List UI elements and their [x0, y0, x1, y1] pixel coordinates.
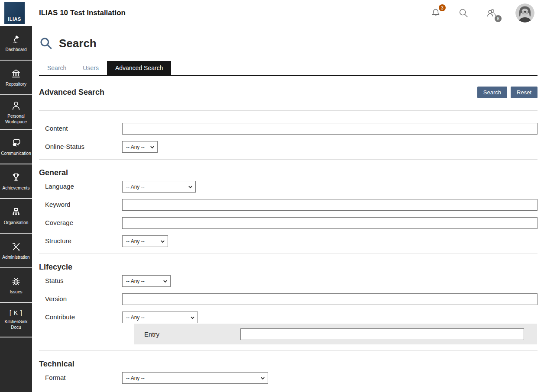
repository-building-icon: [10, 68, 22, 79]
search-icon: [458, 7, 469, 19]
kitchensink-icon: [ K ]: [10, 309, 23, 316]
language-select[interactable]: -- Any --: [123, 181, 195, 192]
section-heading-general: General: [39, 168, 538, 177]
form-row-content: Content: [39, 123, 538, 135]
sidebar-item-label: Administration: [2, 254, 29, 260]
form-row-online-status: Online-Status -- Any --: [39, 141, 538, 153]
notifications-badge: 3: [439, 4, 446, 11]
sidebar-item-label: Achievements: [3, 185, 30, 191]
section-heading-lifecycle: Lifecycle: [39, 263, 538, 272]
field-label: Status: [39, 275, 122, 287]
field-label: Version: [39, 293, 122, 305]
search-button-top[interactable]: [458, 7, 469, 19]
format-select[interactable]: -- Any --: [123, 373, 268, 383]
keyword-input[interactable]: [122, 199, 538, 211]
field-label: Content: [39, 123, 122, 135]
sidebar-item-label: Personal Workspace: [1, 113, 31, 125]
form-row-language: Language -- Any --: [39, 181, 538, 193]
panel-heading: Advanced Search: [39, 88, 104, 97]
sidebar-item-dashboard[interactable]: Dashboard: [0, 26, 32, 61]
field-label: Contribute: [39, 312, 122, 323]
form-row-coverage: Coverage: [39, 217, 538, 229]
bug-icon: [10, 276, 22, 287]
sidebar-item-organisation[interactable]: Organisation: [0, 199, 32, 234]
speech-bubbles-icon: [10, 137, 22, 148]
reset-button[interactable]: Reset: [511, 87, 538, 98]
avatar-photo: [515, 3, 534, 22]
user-avatar[interactable]: [515, 3, 534, 22]
search-tabbar: Search Users Advanced Search: [39, 61, 538, 76]
structure-select[interactable]: -- Any --: [123, 236, 168, 247]
divider: [39, 159, 538, 160]
field-label: Keyword: [39, 199, 122, 211]
page-title: Search: [59, 37, 97, 50]
online-users-badge: 8: [495, 15, 502, 22]
divider: [39, 350, 538, 351]
status-select[interactable]: -- Any --: [123, 276, 170, 286]
person-icon: [10, 100, 22, 111]
trophy-icon: [10, 172, 22, 183]
sidebar-item-label: Issues: [10, 289, 23, 295]
field-label: Structure: [39, 235, 122, 247]
main-content: Search Search Users Advanced Search Adva…: [32, 26, 544, 390]
sidebar-item-repository[interactable]: Repository: [0, 61, 32, 95]
tab-search[interactable]: Search: [39, 61, 74, 75]
desk-lamp-icon: [10, 33, 22, 45]
form-row-structure: Structure -- Any --: [39, 235, 538, 247]
org-chart-icon: [10, 206, 22, 218]
coverage-input[interactable]: [122, 217, 538, 229]
sidebar-item-personal-workspace[interactable]: Personal Workspace: [0, 95, 32, 130]
tab-users[interactable]: Users: [74, 61, 107, 75]
field-label: Online-Status: [39, 141, 122, 153]
online-users-button[interactable]: 8: [486, 7, 497, 19]
contribute-select[interactable]: -- Any --: [123, 312, 198, 323]
section-heading-technical: Technical: [39, 360, 538, 369]
ilias-logo-text: ILIAS: [8, 16, 21, 22]
online-status-select[interactable]: -- Any --: [123, 141, 157, 152]
sidebar-item-label: Organisation: [4, 220, 29, 225]
crossed-tools-icon: [10, 241, 22, 252]
installation-title: ILIAS 10 Test Installation: [39, 9, 126, 17]
version-input[interactable]: [122, 293, 538, 305]
notifications-button[interactable]: 3: [430, 7, 441, 19]
divider: [39, 254, 538, 254]
content-input[interactable]: [122, 123, 538, 135]
field-label: Coverage: [39, 217, 122, 229]
sidebar-item-achievements[interactable]: Achievements: [0, 164, 32, 199]
sidebar-item-label: Communication: [1, 151, 31, 156]
sidebar-item-issues[interactable]: Issues: [0, 268, 32, 303]
form-row-contribute: Contribute -- Any --: [39, 312, 538, 323]
ilias-logo[interactable]: ILIAS: [4, 2, 25, 24]
contribute-entry-subpanel: Entry: [134, 324, 537, 344]
top-header-bar: ILIAS ILIAS 10 Test Installation 3 8: [0, 0, 544, 26]
entry-input[interactable]: [240, 328, 524, 340]
main-nav-sidebar: Dashboard Repository Personal Workspace …: [0, 26, 32, 392]
search-title-icon: [39, 36, 53, 50]
sidebar-item-kitchensink-docu[interactable]: [ K ] KitchenSink Docu: [0, 303, 32, 337]
search-submit-button[interactable]: Search: [477, 87, 507, 98]
field-label: Language: [39, 181, 122, 193]
sidebar-item-communication[interactable]: Communication: [0, 130, 32, 164]
form-row-version: Version: [39, 293, 538, 305]
tab-advanced-search[interactable]: Advanced Search: [107, 61, 172, 75]
advanced-search-panel: Advanced Search Search Reset Content Onl…: [39, 76, 538, 384]
field-label: Format: [39, 372, 122, 384]
panel-toolbar: Advanced Search Search Reset: [39, 76, 538, 98]
form-row-status: Status -- Any --: [39, 275, 538, 287]
sidebar-item-administration[interactable]: Administration: [0, 234, 32, 268]
page-header: Search: [39, 36, 544, 50]
sidebar-item-label: Repository: [6, 81, 26, 87]
sidebar-item-label: Dashboard: [6, 47, 27, 52]
field-label: Entry: [134, 331, 240, 338]
form-row-format: Format -- Any --: [39, 372, 538, 384]
sidebar-item-label: KitchenSink Docu: [1, 319, 31, 330]
form-row-keyword: Keyword: [39, 199, 538, 211]
